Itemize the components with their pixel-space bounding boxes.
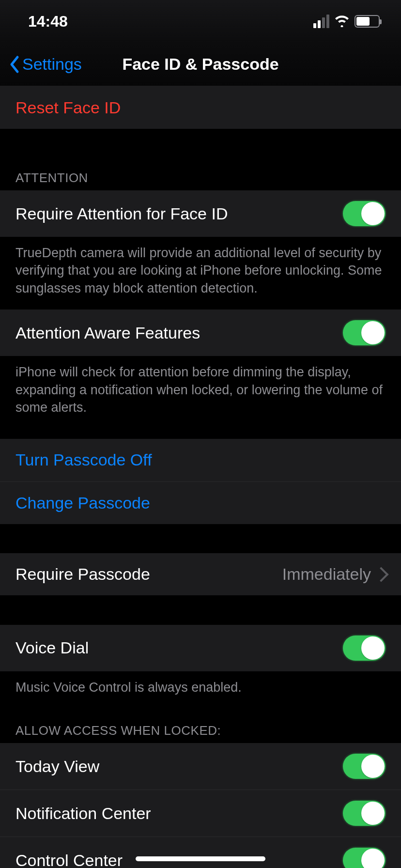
cellular-signal-icon	[313, 15, 329, 28]
today-view-toggle[interactable]	[343, 754, 386, 779]
reset-face-id-label: Reset Face ID	[15, 98, 386, 117]
chevron-right-icon	[378, 567, 386, 581]
status-bar: 14:48	[0, 0, 401, 43]
require-attention-toggle[interactable]	[343, 201, 386, 226]
voice-dial-toggle[interactable]	[343, 636, 386, 661]
change-passcode-label: Change Passcode	[15, 494, 386, 512]
home-indicator[interactable]	[136, 856, 265, 861]
require-passcode-label: Require Passcode	[15, 565, 282, 584]
nav-bar: Settings Face ID & Passcode	[0, 43, 401, 86]
require-attention-row: Require Attention for Face ID	[0, 190, 401, 237]
wifi-icon	[334, 16, 350, 27]
reset-face-id-button[interactable]: Reset Face ID	[0, 86, 401, 129]
attention-aware-footer: iPhone will check for attention before d…	[0, 356, 401, 429]
status-icons	[313, 15, 380, 28]
require-attention-footer: TrueDepth camera will provide an additio…	[0, 237, 401, 310]
today-view-row: Today View	[0, 743, 401, 790]
require-attention-label: Require Attention for Face ID	[15, 204, 343, 223]
attention-aware-row: Attention Aware Features	[0, 310, 401, 356]
chevron-left-icon	[9, 55, 19, 74]
turn-passcode-off-label: Turn Passcode Off	[15, 450, 386, 469]
today-view-label: Today View	[15, 757, 343, 776]
back-button[interactable]: Settings	[9, 55, 82, 74]
attention-aware-toggle[interactable]	[343, 320, 386, 345]
notification-center-label: Notification Center	[15, 804, 343, 823]
attention-aware-label: Attention Aware Features	[15, 324, 343, 342]
turn-passcode-off-button[interactable]: Turn Passcode Off	[0, 439, 401, 481]
allow-locked-section-header: ALLOW ACCESS WHEN LOCKED:	[0, 709, 401, 743]
status-time: 14:48	[28, 13, 68, 31]
voice-dial-row: Voice Dial	[0, 625, 401, 672]
control-center-toggle[interactable]	[343, 848, 386, 868]
require-passcode-value: Immediately	[282, 565, 371, 584]
control-center-row: Control Center	[0, 837, 401, 868]
notification-center-row: Notification Center	[0, 790, 401, 837]
change-passcode-button[interactable]: Change Passcode	[0, 481, 401, 524]
notification-center-toggle[interactable]	[343, 801, 386, 826]
back-label: Settings	[22, 55, 82, 74]
voice-dial-footer: Music Voice Control is always enabled.	[0, 672, 401, 709]
attention-section-header: ATTENTION	[0, 129, 401, 190]
battery-icon	[355, 15, 380, 28]
require-passcode-row[interactable]: Require Passcode Immediately	[0, 553, 401, 596]
voice-dial-label: Voice Dial	[15, 638, 343, 657]
